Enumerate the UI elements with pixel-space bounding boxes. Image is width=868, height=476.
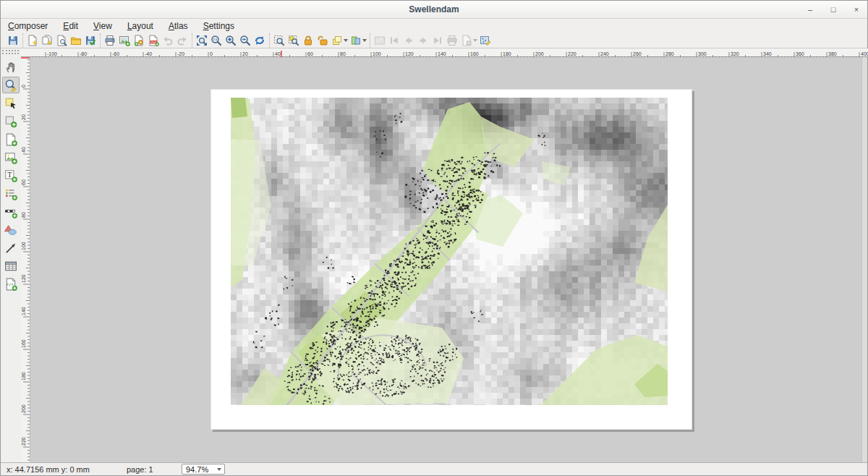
chevron-down-icon [217, 468, 221, 471]
menu-layout[interactable]: Layout [127, 21, 153, 31]
atlas-next-feature-button[interactable] [416, 33, 430, 48]
svg-text:160: 160 [470, 51, 479, 56]
pdf-icon [148, 35, 159, 46]
zoom-out-button[interactable] [238, 33, 252, 48]
page-mag-icon [56, 35, 67, 46]
zoom-level-combobox[interactable]: 94.7% [182, 464, 225, 475]
move-item-content-tool-button[interactable] [2, 113, 20, 129]
zoom-level-value: 94.7% [186, 465, 208, 474]
add-map-icon [4, 133, 17, 146]
add-shape-tool-button[interactable] [2, 221, 20, 238]
svg-text:180: 180 [21, 372, 26, 381]
maximize-button[interactable]: □ [827, 3, 840, 16]
add-arrow-tool-button[interactable] [2, 239, 20, 256]
export-atlas-button[interactable] [459, 33, 478, 48]
close-button[interactable]: × [850, 3, 863, 16]
tool-panel-grip[interactable] [1, 48, 21, 57]
map-item[interactable] [231, 98, 668, 405]
duplicate-composer-button[interactable] [40, 33, 54, 48]
raise-items-button[interactable] [330, 33, 349, 48]
atlas-previous-feature-button[interactable] [401, 33, 416, 48]
atlas-first-feature-button[interactable] [387, 33, 401, 48]
save-project-button[interactable] [6, 33, 20, 48]
svg-text:360: 360 [796, 51, 804, 56]
print-atlas-button[interactable] [445, 33, 459, 48]
unlock-items-button[interactable] [315, 33, 330, 48]
svg-text:380: 380 [828, 51, 837, 56]
export-atlas-icon [461, 35, 472, 46]
export-svg-button[interactable] [132, 33, 146, 48]
svg-text:20: 20 [242, 51, 248, 56]
select-all-button[interactable] [272, 33, 286, 48]
svg-text:60: 60 [307, 51, 313, 56]
redo-button[interactable] [175, 33, 190, 48]
mag-11-icon [210, 35, 222, 46]
atlas-last-feature-button[interactable] [430, 33, 445, 48]
title-bar[interactable]: Swellendam – □ × [1, 1, 867, 19]
layout-canvas[interactable] [30, 57, 867, 462]
zoom-tool-button[interactable] [2, 77, 20, 93]
svg-text:120: 120 [405, 51, 414, 56]
refresh-view-button[interactable] [252, 33, 267, 48]
svg-text:20: 20 [21, 114, 26, 120]
svg-text:-40: -40 [145, 51, 152, 56]
vertical-scrollbar[interactable] [861, 57, 867, 462]
menu-view[interactable]: View [93, 21, 112, 31]
export-image-button[interactable] [117, 33, 132, 48]
mag-plus-icon [225, 35, 237, 46]
save-as-template-button[interactable] [83, 33, 98, 48]
zoom-actual-button[interactable] [209, 33, 224, 48]
horizontal-ruler: -100-80-60-40-20020406080100120140160180… [30, 48, 868, 57]
chevron-down-icon [473, 39, 477, 42]
undo-button[interactable] [161, 33, 175, 48]
svg-text:200: 200 [535, 51, 544, 56]
composer-manager-button[interactable] [54, 33, 69, 48]
pan-tool-button[interactable] [2, 59, 20, 75]
lock-items-button[interactable] [301, 33, 315, 48]
atlas-settings-button[interactable] [478, 33, 493, 48]
menu-atlas[interactable]: Atlas [169, 21, 188, 31]
atlas-preview-button[interactable] [373, 33, 387, 48]
mag-full-icon [196, 35, 208, 46]
align-items-button[interactable] [349, 33, 367, 48]
zoom-to-selection-button[interactable] [286, 33, 301, 48]
select-move-item-tool-button[interactable] [2, 95, 20, 111]
menu-composer[interactable]: Composer [8, 21, 48, 31]
add-scalebar-icon [4, 205, 17, 218]
add-html-tool-button[interactable] [2, 276, 20, 292]
svg-text:0: 0 [210, 51, 213, 56]
svg-text:140: 140 [438, 51, 446, 56]
new-composer-button[interactable] [25, 33, 40, 48]
layout-page[interactable] [210, 89, 692, 430]
minimize-button[interactable]: – [804, 3, 817, 16]
svg-text:140: 140 [21, 307, 26, 315]
zoom-full-button[interactable] [195, 33, 209, 48]
export-pdf-button[interactable] [146, 33, 161, 48]
svg-text:-60: -60 [112, 51, 119, 56]
undo-icon [162, 35, 174, 46]
atlas-settings-icon [480, 35, 491, 46]
refresh-icon [254, 35, 265, 46]
print-button[interactable] [103, 33, 117, 48]
add-legend-tool-button[interactable] [2, 185, 20, 202]
nav-prev-icon [403, 35, 414, 46]
open-template-button[interactable] [69, 33, 83, 48]
add-scalebar-tool-button[interactable] [2, 203, 20, 220]
add-label-tool-button[interactable] [2, 167, 20, 184]
svg-text:160: 160 [21, 339, 26, 348]
cursor-coordinates: x: 44.7156 mm y: 0 mm [7, 465, 116, 474]
add-table-tool-button[interactable] [2, 258, 20, 274]
nav-next-icon [417, 35, 429, 46]
add-image-tool-button[interactable] [2, 149, 20, 166]
svg-text:280: 280 [665, 51, 674, 56]
menu-settings[interactable]: Settings [203, 21, 234, 31]
add-legend-icon [4, 187, 17, 200]
select-item-icon [4, 97, 17, 110]
page-star-icon [27, 35, 38, 46]
zoom-in-button[interactable] [224, 33, 238, 48]
menu-edit[interactable]: Edit [63, 21, 78, 31]
mag-select-icon [273, 35, 285, 46]
add-new-map-tool-button[interactable] [2, 131, 20, 148]
svg-text:40: 40 [275, 51, 281, 56]
vertical-ruler: 020406080100120140160180200220 [21, 57, 30, 462]
